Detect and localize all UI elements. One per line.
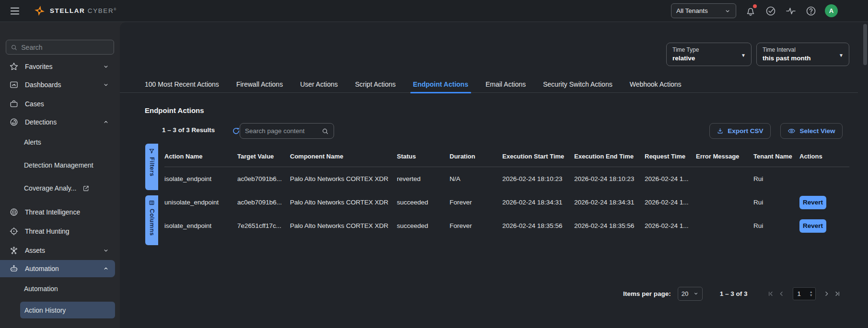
columns-side-tab[interactable]: Columns <box>145 195 158 245</box>
chevron-down-icon <box>724 8 731 14</box>
first-page-icon <box>767 290 775 297</box>
chevron-down-icon <box>103 247 109 254</box>
time-interval-select[interactable]: Time Interval this past month ▼ <box>756 43 849 66</box>
column-header: Duration <box>450 153 502 160</box>
table-header-row: Action Name Target Value Component Name … <box>164 146 849 167</box>
columns-icon <box>149 200 155 206</box>
tab-security-switch-actions[interactable]: Security Switch Actions <box>543 76 613 93</box>
tab-100-most-recent-actions[interactable]: 100 Most Recent Actions <box>145 76 219 93</box>
sidebar-item-detections[interactable]: Detections <box>0 113 115 131</box>
dropdown-arrow-icon: ▼ <box>839 53 844 58</box>
first-page-button[interactable] <box>766 288 776 299</box>
page-search-input[interactable] <box>245 127 322 135</box>
crosshair-icon <box>9 226 19 236</box>
dashboard-icon <box>9 80 19 90</box>
check-circle-icon <box>765 5 776 17</box>
tab-firewall-actions[interactable]: Firewall Actions <box>236 76 283 93</box>
revert-button[interactable]: Revert <box>799 196 826 209</box>
chevron-right-icon <box>823 290 830 297</box>
sidebar-item-alerts[interactable]: Alerts <box>0 134 115 151</box>
stellar-cyber-logo[interactable]: STELLAR CYBER® <box>34 5 117 17</box>
tab-endpoint-actions[interactable]: Endpoint Actions <box>413 76 468 93</box>
actions-table: Action Name Target Value Component Name … <box>164 146 849 238</box>
sidebar: Favorites Dashboards Cases Detections Al… <box>0 22 120 328</box>
column-header: Status <box>397 153 450 160</box>
page-content-search[interactable] <box>240 123 334 139</box>
table-row[interactable]: unisolate_endpoint ac0eb7091b6... Palo A… <box>164 191 849 214</box>
dropdown-arrow-icon: ▼ <box>741 53 746 58</box>
sidebar-item-action-history[interactable]: Action History <box>20 302 115 318</box>
brain-icon <box>9 207 19 217</box>
avatar[interactable]: A <box>825 4 838 17</box>
external-link-icon <box>82 185 90 192</box>
last-page-button[interactable] <box>832 288 843 299</box>
help-button[interactable] <box>805 5 817 17</box>
filters-side-tab[interactable]: Filters <box>145 144 158 190</box>
action-tabs: 100 Most Recent Actions Firewall Actions… <box>120 76 858 93</box>
sidebar-item-automation[interactable]: Automation <box>0 260 115 277</box>
search-icon <box>322 127 329 135</box>
column-header: Component Name <box>290 153 397 160</box>
sidebar-item-dashboards[interactable]: Dashboards <box>0 76 115 94</box>
filter-icon <box>149 148 155 154</box>
tab-webhook-actions[interactable]: Webhook Actions <box>630 76 682 93</box>
sidebar-item-favorites[interactable]: Favorites <box>0 57 115 76</box>
search-icon <box>11 44 17 51</box>
chevron-down-icon <box>103 63 109 70</box>
network-nodes-icon <box>9 246 19 255</box>
download-icon <box>717 127 724 135</box>
notifications-button[interactable] <box>745 5 756 17</box>
scrollbar-thumb[interactable] <box>863 24 867 65</box>
tasks-button[interactable] <box>765 5 776 17</box>
chevron-down-icon <box>103 81 109 88</box>
select-view-button[interactable]: Select View <box>780 123 843 139</box>
column-header: Execution Start Time <box>502 153 574 160</box>
page-number-input[interactable]: 1 ▲▼ <box>793 287 816 300</box>
page-title: Endpoint Actions <box>145 106 204 114</box>
sidebar-item-cases[interactable]: Cases <box>0 95 115 113</box>
chevron-up-icon <box>103 265 109 272</box>
sidebar-item-threat-intelligence[interactable]: Threat Intelligence <box>0 203 115 221</box>
help-icon <box>805 5 817 17</box>
last-page-icon <box>833 290 841 297</box>
sidebar-item-assets[interactable]: Assets <box>0 241 115 260</box>
star-icon <box>9 62 19 71</box>
revert-button[interactable]: Revert <box>799 219 826 233</box>
page-spinner[interactable]: ▲▼ <box>810 291 813 297</box>
column-header: Execution End Time <box>574 153 645 160</box>
tab-user-actions[interactable]: User Actions <box>300 76 338 93</box>
menu-icon[interactable] <box>7 3 23 19</box>
brand-text: STELLAR CYBER® <box>50 7 117 14</box>
chevron-up-icon <box>103 119 109 125</box>
chevron-left-icon <box>778 290 785 297</box>
column-header: Action Name <box>164 153 237 160</box>
column-header: Request Time <box>645 153 696 160</box>
sidebar-search-input[interactable] <box>21 44 109 51</box>
sidebar-item-threat-hunting[interactable]: Threat Hunting <box>0 222 115 240</box>
sidebar-item-coverage-analysis[interactable]: Coverage Analy... <box>0 180 115 197</box>
table-row[interactable]: isolate_endpoint 7e2651cff17c... Palo Al… <box>164 214 849 238</box>
system-health-button[interactable] <box>785 5 797 17</box>
column-header: Tenant Name <box>753 153 799 160</box>
top-bar: STELLAR CYBER® All Tenants A <box>0 0 868 22</box>
table-row[interactable]: isolate_endpoint ac0eb7091b6... Palo Alt… <box>164 167 849 191</box>
main-content: Time Type relative ▼ Time Interval this … <box>120 22 868 328</box>
sidebar-item-automation-sub[interactable]: Automation <box>0 280 115 297</box>
brand-star-icon <box>34 5 46 17</box>
time-type-select[interactable]: Time Type relative ▼ <box>666 43 752 66</box>
pulse-icon <box>785 5 797 17</box>
previous-page-button[interactable] <box>776 288 787 299</box>
robot-icon <box>9 264 19 273</box>
page-size-select[interactable]: 20 <box>678 287 703 301</box>
export-csv-button[interactable]: Export CSV <box>709 123 771 139</box>
items-per-page-label: Items per page: <box>623 290 671 297</box>
next-page-button[interactable] <box>822 288 832 299</box>
sidebar-search[interactable] <box>6 40 114 55</box>
tab-script-actions[interactable]: Script Actions <box>355 76 396 93</box>
tab-email-actions[interactable]: Email Actions <box>486 76 526 93</box>
chevron-down-icon <box>693 291 699 296</box>
results-count: 1 – 3 of 3 Results <box>162 126 215 134</box>
pagination-range: 1 – 3 of 3 <box>720 290 748 297</box>
sidebar-item-detection-management[interactable]: Detection Management <box>0 157 115 174</box>
tenant-selector[interactable]: All Tenants <box>671 3 736 18</box>
